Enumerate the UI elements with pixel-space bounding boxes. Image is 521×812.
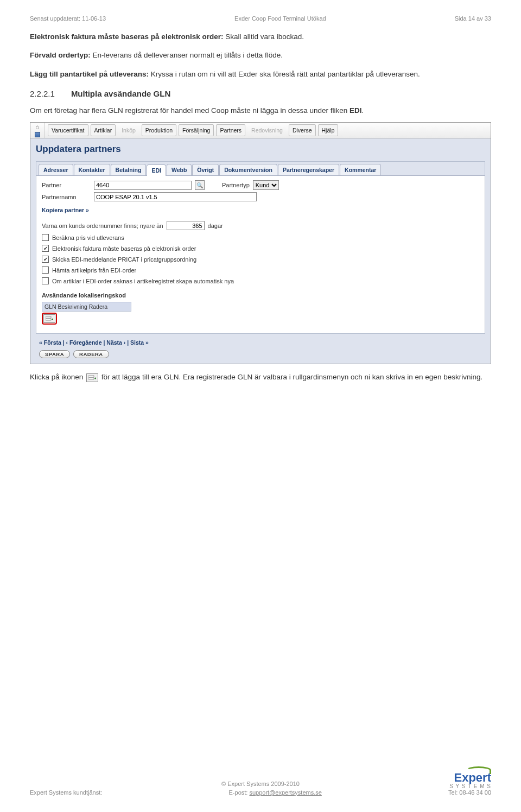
svg-rect-4 bbox=[88, 378, 94, 379]
svg-rect-1 bbox=[46, 319, 51, 320]
section-number: 2.2.2.1 bbox=[30, 89, 55, 98]
chk-auto-skapa-artiklar[interactable] bbox=[42, 277, 49, 284]
tab-kontakter[interactable]: Kontakter bbox=[74, 164, 110, 175]
footer-mid-prefix: E-post: bbox=[229, 789, 250, 796]
action-bar: SPARA RADERA bbox=[36, 348, 485, 360]
add-row-icon[interactable]: + bbox=[43, 314, 55, 323]
menu-hjalp[interactable]: Hjälp bbox=[318, 124, 339, 136]
menu-forsaljning[interactable]: Försäljning bbox=[179, 124, 214, 136]
tab-partneregenskaper[interactable]: Partneregenskaper bbox=[278, 164, 339, 175]
copy-partner-link[interactable]: Kopiera partner » bbox=[42, 207, 89, 213]
menubar-left-icons: ⌂ bbox=[30, 123, 45, 138]
footer-logo: Expert S Y S T E M S bbox=[449, 766, 491, 789]
p1-rest: Skall alltid vara ibockad. bbox=[223, 33, 304, 41]
partner-label: Partner bbox=[42, 182, 91, 188]
chk-hamta-artikelpris[interactable] bbox=[42, 267, 49, 274]
logo-sub: S Y S T E M S bbox=[449, 784, 491, 789]
page-footer: Expert S Y S T E M S © Expert Systems 20… bbox=[30, 781, 491, 796]
svg-rect-3 bbox=[88, 376, 94, 377]
warn-prefix: Varna om kunds ordernummer finns; nyare … bbox=[42, 223, 163, 229]
menubar-items: Varucertifikat Artiklar Inköp Produktion… bbox=[45, 123, 491, 138]
save-button[interactable]: SPARA bbox=[39, 350, 70, 358]
partner-input[interactable] bbox=[94, 181, 192, 190]
delete-button[interactable]: RADERA bbox=[73, 350, 109, 358]
tabs-row: Adresser Kontakter Betalning EDI Webb Öv… bbox=[36, 162, 485, 175]
p5-a: Klicka på ikonen bbox=[30, 373, 85, 381]
header-center: Exder Coop Food Terminal Utökad bbox=[234, 15, 326, 22]
menu-varucertifikat[interactable]: Varucertifikat bbox=[48, 124, 88, 136]
header-right: Sida 14 av 33 bbox=[455, 15, 491, 22]
add-row-icon-inline: + bbox=[86, 373, 98, 382]
paragraph-2: Förvald ordertyp: En-leverans då delleve… bbox=[30, 50, 491, 61]
partnertyp-label: Partnertyp bbox=[222, 182, 250, 188]
panel: Uppdatera partners Adresser Kontakter Be… bbox=[30, 138, 491, 364]
p2-rest: En-leverans då delleveranser normalt ej … bbox=[91, 51, 283, 59]
tab-adresser[interactable]: Adresser bbox=[39, 164, 73, 175]
paragraph-5: Klicka på ikonen + för att lägga till er… bbox=[30, 372, 491, 383]
chk-skicka-pricat[interactable]: ✔ bbox=[42, 256, 49, 263]
section-title: Multipla avsändande GLN bbox=[71, 89, 170, 98]
footer-copyright: © Expert Systems 2009-2010 bbox=[30, 781, 491, 787]
p2-bold: Förvald ordertyp: bbox=[30, 51, 91, 59]
chk-berakna-pris[interactable] bbox=[42, 234, 49, 241]
tab-edi[interactable]: EDI bbox=[147, 164, 166, 176]
pager-bar[interactable]: « Första | ‹ Föregående | Nästa › | Sist… bbox=[36, 337, 485, 348]
svg-text:+: + bbox=[52, 318, 53, 321]
menu-diverse[interactable]: Diverse bbox=[289, 124, 316, 136]
chk-elektronisk-faktura[interactable]: ✔ bbox=[42, 245, 49, 252]
menu-partners[interactable]: Partners bbox=[216, 124, 245, 136]
footer-left: Expert Systems kundtjänst: bbox=[30, 789, 102, 796]
paragraph-3: Lägg till pantartikel på utleverans: Kry… bbox=[30, 69, 491, 80]
menu-produktion[interactable]: Produktion bbox=[142, 124, 176, 136]
lookup-icon[interactable]: 🔍 bbox=[195, 180, 205, 190]
menu-inkop: Inköp bbox=[118, 124, 139, 136]
chk1-label: Beräkna pris vid utleverans bbox=[52, 234, 124, 241]
chk2-label: Elektronisk faktura måste baseras på ele… bbox=[52, 245, 196, 252]
panel-title: Uppdatera partners bbox=[36, 144, 485, 155]
page-header: Senast uppdaterat: 11-06-13 Exder Coop F… bbox=[30, 15, 491, 22]
tab-ovrigt[interactable]: Övrigt bbox=[192, 164, 219, 175]
app-screenshot: ⌂ Varucertifikat Artiklar Inköp Produkti… bbox=[30, 122, 491, 364]
warn-suffix: dagar bbox=[208, 223, 223, 229]
p4-b: . bbox=[362, 106, 364, 115]
logo-main: Expert bbox=[449, 772, 491, 784]
sending-gln-label: Avsändande lokaliseringskod bbox=[42, 292, 479, 299]
menubar: ⌂ Varucertifikat Artiklar Inköp Produkti… bbox=[30, 123, 491, 138]
p4-bold: EDI bbox=[350, 106, 362, 115]
section-heading: 2.2.2.1Multipla avsändande GLN bbox=[30, 89, 491, 98]
p4-a: Om ert företag har flera GLN registrerat… bbox=[30, 106, 350, 115]
app-icon[interactable] bbox=[35, 132, 40, 137]
p3-rest: Kryssa i rutan om ni vill att Exder ska … bbox=[149, 70, 420, 78]
menu-redovisning: Redovisning bbox=[247, 124, 287, 136]
p5-b: för att lägga till era GLN. Era registre… bbox=[101, 373, 482, 381]
add-gln-highlight: + bbox=[42, 313, 57, 325]
paragraph-1: Elektronisk faktura måste baseras på ele… bbox=[30, 31, 491, 43]
partnernamn-label: Partnernamn bbox=[42, 194, 91, 200]
tab-webb[interactable]: Webb bbox=[167, 164, 192, 175]
partnernamn-input[interactable] bbox=[94, 192, 257, 201]
p3-bold: Lägg till pantartikel på utleverans: bbox=[30, 70, 149, 78]
inner-card: Adresser Kontakter Betalning EDI Webb Öv… bbox=[36, 161, 485, 334]
footer-right: Tel: 08-46 34 00 bbox=[448, 789, 491, 796]
p1-bold: Elektronisk faktura måste baseras på ele… bbox=[30, 33, 223, 41]
header-left: Senast uppdaterat: 11-06-13 bbox=[30, 15, 106, 22]
warn-days-input[interactable] bbox=[167, 221, 205, 230]
partnertyp-select[interactable]: Kund bbox=[253, 180, 279, 190]
menu-artiklar[interactable]: Artiklar bbox=[91, 124, 116, 136]
chk4-label: Hämta artikelpris från EDI-order bbox=[52, 267, 136, 274]
home-icon[interactable]: ⌂ bbox=[35, 123, 39, 131]
chk3-label: Skicka EDI-meddelande PRICAT i pricatgru… bbox=[52, 256, 196, 263]
paragraph-4: Om ert företag har flera GLN registrerat… bbox=[30, 105, 491, 117]
svg-text:+: + bbox=[94, 377, 96, 380]
footer-email-link[interactable]: support@expertsystems.se bbox=[249, 789, 321, 796]
footer-mid: E-post: support@expertsystems.se bbox=[229, 789, 322, 796]
tab-kommentar[interactable]: Kommentar bbox=[340, 164, 381, 175]
tab-dokumentversion[interactable]: Dokumentversion bbox=[219, 164, 277, 175]
gln-table-header: GLN Beskrivning Radera bbox=[42, 302, 131, 312]
svg-rect-0 bbox=[46, 316, 51, 318]
tab-betalning[interactable]: Betalning bbox=[111, 164, 147, 175]
chk5-label: Om artiklar i EDI-order saknas i artikel… bbox=[52, 278, 234, 284]
form-area: Partner 🔍 Partnertyp Kund Partnernamn bbox=[36, 175, 485, 329]
